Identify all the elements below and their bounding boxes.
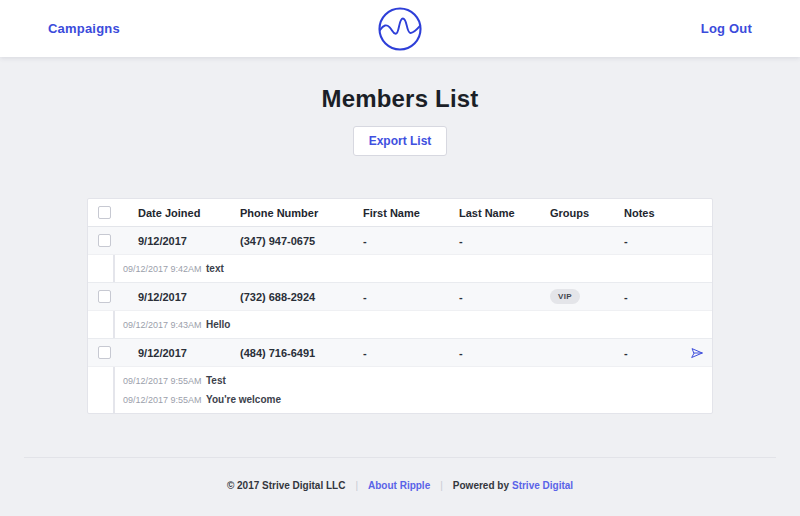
cell-date-joined: 9/12/2017 [138, 347, 240, 359]
cell-phone-number: (732) 688-2924 [240, 291, 363, 303]
member-row: 9/12/2017 (484) 716-6491 - - - [88, 339, 712, 367]
cell-last-name: - [459, 347, 550, 359]
member-row: 9/12/2017 (732) 688-2924 - - VIP - [88, 283, 712, 311]
header-last-name: Last Name [459, 207, 550, 219]
header-notes: Notes [624, 207, 682, 219]
footer-divider [24, 457, 776, 458]
footer-separator: | [355, 480, 358, 491]
page-title: Members List [321, 85, 478, 113]
cell-date-joined: 9/12/2017 [138, 291, 240, 303]
cell-phone-number: (484) 716-6491 [240, 347, 363, 359]
ripple-wave-icon [377, 6, 423, 52]
cell-phone-number: (347) 947-0675 [240, 235, 363, 247]
cell-last-name: - [459, 235, 550, 247]
about-ripple-link[interactable]: About Ripple [368, 480, 430, 491]
message-item: 09/12/2017 9:55AM You're welcome [123, 390, 712, 409]
message-timestamp: 09/12/2017 9:55AM [123, 376, 206, 386]
header-groups: Groups [550, 207, 624, 219]
message-section: 09/12/2017 9:42AM text [88, 255, 712, 283]
vip-group-badge: VIP [550, 289, 580, 304]
send-icon[interactable] [690, 346, 704, 360]
navbar: Campaigns Log Out [0, 0, 800, 57]
header-first-name: First Name [363, 207, 459, 219]
cell-last-name: - [459, 291, 550, 303]
cell-groups: VIP [550, 289, 624, 304]
message-section: 09/12/2017 9:55AM Test 09/12/2017 9:55AM… [88, 367, 712, 413]
cell-first-name: - [363, 347, 459, 359]
table-header-row: Date Joined Phone Number First Name Last… [88, 199, 712, 227]
footer: © 2017 Strive Digital LLC | About Ripple… [227, 480, 573, 491]
nav-logout-link[interactable]: Log Out [701, 21, 752, 36]
nav-campaigns-link[interactable]: Campaigns [48, 21, 120, 36]
export-list-button[interactable]: Export List [353, 126, 448, 156]
message-item: 09/12/2017 9:43AM Hello [123, 315, 712, 334]
message-item: 09/12/2017 9:55AM Test [123, 371, 712, 390]
header-phone-number: Phone Number [240, 207, 363, 219]
main-content: Members List Export List Date Joined Pho… [0, 57, 800, 516]
message-text: You're welcome [206, 394, 281, 405]
member-group: 9/12/2017 (347) 947-0675 - - - 09/12/201… [88, 227, 712, 283]
member-group: 9/12/2017 (484) 716-6491 - - - 09/12/201… [88, 339, 712, 413]
message-timestamp: 09/12/2017 9:43AM [123, 320, 206, 330]
message-text: Test [206, 375, 226, 386]
ripple-logo[interactable] [377, 6, 423, 52]
cell-notes: - [624, 291, 682, 303]
powered-by-text: Powered by [453, 480, 509, 491]
message-section: 09/12/2017 9:43AM Hello [88, 311, 712, 339]
message-timestamp: 09/12/2017 9:55AM [123, 395, 206, 405]
message-text: text [206, 263, 224, 274]
member-row: 9/12/2017 (347) 947-0675 - - - [88, 227, 712, 255]
footer-copyright: © 2017 Strive Digital LLC [227, 480, 346, 491]
cell-notes: - [624, 347, 682, 359]
row-checkbox[interactable] [98, 346, 111, 359]
message-item: 09/12/2017 9:42AM text [123, 259, 712, 278]
member-group: 9/12/2017 (732) 688-2924 - - VIP - 09/12… [88, 283, 712, 339]
cell-first-name: - [363, 291, 459, 303]
strive-digital-link[interactable]: Strive Digital [512, 480, 573, 491]
row-checkbox[interactable] [98, 290, 111, 303]
header-date-joined: Date Joined [138, 207, 240, 219]
select-all-checkbox[interactable] [98, 206, 111, 219]
footer-separator: | [440, 480, 443, 491]
cell-notes: - [624, 235, 682, 247]
cell-first-name: - [363, 235, 459, 247]
members-table: Date Joined Phone Number First Name Last… [87, 198, 713, 414]
cell-date-joined: 9/12/2017 [138, 235, 240, 247]
message-text: Hello [206, 319, 230, 330]
row-checkbox[interactable] [98, 234, 111, 247]
message-timestamp: 09/12/2017 9:42AM [123, 264, 206, 274]
